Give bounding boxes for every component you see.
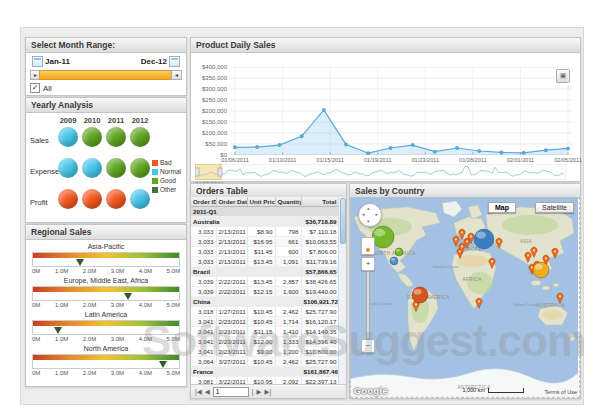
gauge-tick-label: 4.0M: [139, 302, 152, 308]
pager-prev-icon[interactable]: ◀: [205, 388, 210, 396]
pan-right-icon[interactable]: ▸: [375, 212, 378, 217]
range-left-handle[interactable]: [195, 168, 199, 176]
gauge-marker[interactable]: [54, 327, 62, 334]
data-point[interactable]: [499, 150, 503, 154]
gauge-marker[interactable]: [124, 293, 132, 300]
pager-next-icon[interactable]: ▶: [256, 388, 261, 396]
table-scrollbar[interactable]: [338, 197, 346, 384]
gauge-gradient: [33, 321, 179, 326]
data-point[interactable]: [322, 108, 326, 112]
table-row[interactable]: 3,0181/27/2011$10.452,462$25,727.90: [191, 307, 339, 317]
table-row[interactable]: 3,0332/13/2011$11.45600$7,806.00: [191, 247, 339, 257]
slider-selected-range[interactable]: [39, 70, 173, 80]
table-cell: 3,041: [191, 347, 216, 357]
rating-bubble: [82, 127, 102, 147]
gauge-track[interactable]: [32, 320, 180, 335]
data-point[interactable]: [455, 146, 459, 150]
table-row[interactable]: 3,0643/27/2011$10.452,462$25,727.90: [191, 357, 339, 367]
table-row[interactable]: 3,0332/13/2011$16.95661$10,063.55: [191, 237, 339, 247]
table-cell: 3,041: [191, 327, 216, 337]
street-view-pegman[interactable]: [361, 237, 375, 255]
zoom-slider-track[interactable]: [366, 271, 370, 339]
map-pan-control[interactable]: ▴ ▾ ◂ ▸: [358, 203, 382, 227]
x-axis-tick-label: 01/28/2011: [451, 157, 495, 163]
sales-bubble[interactable]: [395, 248, 403, 256]
zoom-out-button[interactable]: −: [361, 339, 375, 353]
map-button[interactable]: Map: [488, 202, 516, 213]
zoom-in-button[interactable]: +: [361, 257, 375, 271]
sales-bubble[interactable]: [412, 287, 428, 303]
ocean-label: Indian Ocean: [512, 302, 538, 307]
sales-bubble[interactable]: [474, 229, 494, 249]
calendar-end-icon[interactable]: [169, 56, 180, 67]
gauge-track[interactable]: [32, 252, 180, 267]
gauge-tick-label: 3.0M: [111, 370, 124, 376]
table-row[interactable]: 3,0412/23/2011$11.151,410$14,149.35: [191, 327, 339, 337]
slider-right-handle-icon[interactable]: ◂: [171, 70, 182, 80]
table-row[interactable]: 3,0412/23/2011$10.451,714$16,120.17: [191, 317, 339, 327]
satellite-button[interactable]: Satellite: [535, 202, 574, 213]
pager-page-input[interactable]: [213, 387, 249, 397]
table-row[interactable]: 3,0392/22/2011$13.452,857$38,426.65: [191, 277, 339, 287]
column-header[interactable]: Order ID: [191, 197, 216, 207]
data-point[interactable]: [255, 145, 259, 149]
data-point[interactable]: [477, 149, 481, 153]
table-row[interactable]: 3,0332/13/2011$13.451,091$11,739.16: [191, 257, 339, 267]
quarter-row[interactable]: 2011-Q1: [191, 207, 339, 217]
country-group-row[interactable]: Australia$36,718.89: [191, 217, 339, 227]
gauge-track[interactable]: [32, 354, 180, 369]
column-header[interactable]: Quantity: [275, 197, 301, 207]
sales-bubble[interactable]: [390, 257, 398, 265]
data-point[interactable]: [344, 142, 348, 146]
table-row[interactable]: 3,0392/22/2011$12.151,600$19,440.00: [191, 287, 339, 297]
gauge-marker[interactable]: [159, 361, 167, 368]
gauge-tick-label: 1.0M: [55, 302, 68, 308]
data-point[interactable]: [366, 151, 370, 155]
country-group-row[interactable]: Brazil$57,866.65: [191, 267, 339, 277]
map-canvas[interactable]: NORTH AMERICAEUROPEASIAAFRICASOUTH AMERI…: [350, 197, 580, 398]
data-point[interactable]: [233, 145, 237, 149]
pan-down-icon[interactable]: ▾: [367, 219, 370, 224]
gauge-tick-label: 4.0M: [139, 268, 152, 274]
sales-bubble[interactable]: [372, 226, 394, 248]
calendar-start-icon[interactable]: [32, 56, 43, 67]
month-range-slider[interactable]: ▸ ◂: [30, 70, 182, 80]
month-range-end[interactable]: Dec-12: [141, 57, 167, 66]
table-row[interactable]: 3,0412/23/2011$9.001,200$10,800.00: [191, 347, 339, 357]
terms-of-use-link[interactable]: Terms of Use: [545, 389, 577, 395]
country-group-row[interactable]: France$161,867.46: [191, 367, 339, 377]
data-point[interactable]: [300, 134, 304, 138]
pan-up-icon[interactable]: ▴: [367, 206, 370, 211]
all-checkbox[interactable]: ✓: [30, 83, 40, 93]
range-selector[interactable]: [195, 164, 566, 180]
month-range-start[interactable]: Jan-11: [45, 57, 70, 66]
metric-label: Expense: [30, 167, 58, 176]
column-header[interactable]: Total: [301, 197, 339, 207]
data-point[interactable]: [411, 143, 415, 147]
pager-last-icon[interactable]: ▶|: [264, 388, 271, 396]
y-axis-tick-label: $400,000: [191, 64, 227, 70]
table-row[interactable]: 3,0813/22/2011$10.952,092$22,397.13: [191, 377, 339, 385]
data-point[interactable]: [277, 143, 281, 147]
data-point[interactable]: [522, 151, 526, 155]
country-group-row[interactable]: China$106,921.72: [191, 297, 339, 307]
world-map[interactable]: NORTH AMERICAEUROPEASIAAFRICASOUTH AMERI…: [350, 197, 578, 397]
pan-left-icon[interactable]: ◂: [362, 212, 365, 217]
gauge-track[interactable]: [32, 286, 180, 301]
column-header[interactable]: Unit Price: [247, 197, 275, 207]
gauge-marker[interactable]: [76, 259, 84, 266]
table-cell: 3,064: [191, 357, 216, 367]
column-header[interactable]: Order Date: [216, 197, 247, 207]
data-point[interactable]: [433, 150, 437, 154]
google-logo[interactable]: Google: [354, 386, 388, 396]
scrollbar-thumb[interactable]: [340, 198, 346, 244]
data-point[interactable]: [544, 148, 548, 152]
table-row[interactable]: 3,0412/23/2011$12.001,333$14,396.40: [191, 337, 339, 347]
pager-first-icon[interactable]: |◀: [195, 388, 202, 396]
data-point[interactable]: [388, 146, 392, 150]
sales-bubble[interactable]: [533, 262, 549, 278]
range-right-handle[interactable]: [218, 168, 222, 176]
data-point[interactable]: [566, 146, 570, 150]
table-row[interactable]: 3,0332/13/2011$8.90798$7,110.18: [191, 227, 339, 237]
x-axis-tick-label: 01/23/2011: [403, 157, 447, 163]
